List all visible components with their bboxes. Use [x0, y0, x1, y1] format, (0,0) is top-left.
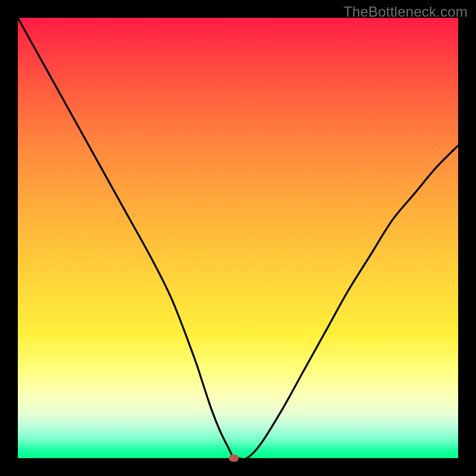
bottleneck-curve: [18, 18, 458, 458]
bottleneck-marker: [229, 455, 239, 462]
plot-area: [18, 18, 458, 458]
chart-frame: TheBottleneck.com: [0, 0, 476, 476]
watermark-text: TheBottleneck.com: [343, 4, 468, 20]
